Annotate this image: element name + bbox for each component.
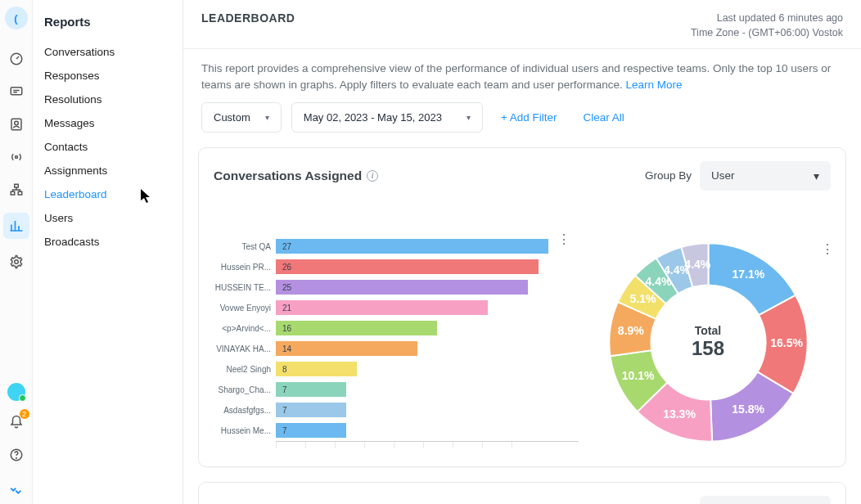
bar-label: HUSSEIN TE...: [214, 283, 276, 292]
svg-rect-5: [14, 184, 18, 187]
donut-slice-label: 4.4%: [684, 257, 710, 270]
donut-chart-menu-icon[interactable]: ⋮: [821, 241, 834, 257]
sidebar-item-contacts[interactable]: Contacts: [44, 135, 183, 159]
icon-rail: ( 2: [0, 0, 33, 504]
chevron-down-icon: ▾: [467, 113, 471, 122]
donut-slice-label: 5.1%: [629, 291, 656, 304]
sidebar-item-assignments[interactable]: Assignments: [44, 159, 183, 182]
svg-point-4: [15, 156, 17, 159]
bar-fill[interactable]: 27: [276, 239, 548, 254]
reports-icon[interactable]: [3, 213, 29, 239]
sidebar-title: Reports: [44, 15, 183, 29]
chat-icon[interactable]: [7, 82, 26, 101]
group-by-select[interactable]: User▾: [700, 161, 831, 191]
bar-row: <p>Arvind<...16: [214, 318, 579, 339]
bar-label: Shargo_Cha...: [214, 385, 276, 394]
conversations-assigned-card: Conversations Assigned i Group By User▾ …: [198, 147, 846, 467]
bar-row: HUSSEIN TE...25: [214, 277, 579, 298]
donut-total-value: 158: [692, 337, 724, 360]
clear-all-button[interactable]: Clear All: [575, 106, 633, 128]
bar-chart: ⋮ Test QA27Hussein PR...26HUSSEIN TE...2…: [214, 196, 579, 448]
group-by-select[interactable]: User▾: [700, 496, 831, 505]
sidebar-item-conversations[interactable]: Conversations: [44, 40, 183, 64]
last-updated: Last updated 6 minutes ago: [691, 11, 843, 26]
org-icon[interactable]: [7, 180, 26, 200]
timezone: Time Zone - (GMT+06:00) Vostok: [691, 26, 843, 41]
sidebar-item-messages[interactable]: Messages: [44, 111, 183, 135]
bar-label: Test QA: [214, 242, 276, 251]
donut-slice-label: 8.9%: [617, 323, 643, 336]
sidebar-item-users[interactable]: Users: [44, 206, 183, 230]
date-range-picker[interactable]: May 02, 2023 - May 15, 2023▾: [291, 102, 483, 133]
chevron-down-icon: ▾: [265, 113, 269, 122]
help-icon[interactable]: [7, 445, 26, 465]
bell-icon[interactable]: 2: [7, 412, 26, 432]
filter-row: Custom▾ May 02, 2023 - May 15, 2023▾ + A…: [183, 99, 861, 147]
chevron-down-icon: ▾: [814, 169, 819, 182]
bar-label: Hussein PR...: [214, 263, 276, 272]
donut-chart: ⋮ 17.1%16.5%15.8%13.3%10.1%8.9%5.1%4.4%4…: [585, 196, 831, 448]
bar-fill[interactable]: 7: [276, 423, 346, 438]
learn-more-link[interactable]: Learn More: [626, 79, 683, 91]
dashboard-icon[interactable]: [7, 49, 26, 69]
bar-label: Hussein Me...: [214, 426, 276, 435]
settings-icon[interactable]: [7, 252, 26, 272]
broadcast-icon[interactable]: [7, 147, 26, 167]
bar-label: Neel2 Singh: [214, 365, 276, 374]
bar-fill[interactable]: 7: [276, 403, 346, 417]
page-header: LEADERBOARD Last updated 6 minutes ago T…: [183, 0, 861, 49]
svg-rect-6: [11, 191, 15, 195]
header-meta: Last updated 6 minutes ago Time Zone - (…: [691, 11, 843, 40]
bar-row: Test QA27: [214, 236, 579, 257]
bar-fill[interactable]: 7: [276, 382, 346, 397]
svg-rect-7: [18, 191, 22, 195]
sidebar-item-resolutions[interactable]: Resolutions: [44, 88, 183, 111]
sidebar-item-responses[interactable]: Responses: [44, 64, 183, 88]
bar-label: <p>Arvind<...: [214, 324, 276, 333]
bar-fill[interactable]: 8: [276, 362, 357, 376]
bar-row: Hussein Me...7: [214, 421, 579, 441]
sidebar: Reports Conversations Responses Resoluti…: [33, 0, 183, 504]
donut-slice-label: 10.1%: [621, 369, 654, 382]
info-icon[interactable]: i: [367, 170, 378, 182]
bar-row: Shargo_Cha...7: [214, 380, 579, 400]
bar-fill[interactable]: 21: [276, 300, 488, 315]
main-content: LEADERBOARD Last updated 6 minutes ago T…: [183, 0, 861, 504]
bar-label: Vovwe Enyoyi: [214, 304, 276, 313]
workspace-avatar[interactable]: (: [5, 7, 28, 29]
card-title: Conversations Assigned i: [214, 169, 378, 183]
date-range-type-select[interactable]: Custom▾: [201, 102, 282, 133]
bar-row: Asdasfgfgs...7: [214, 400, 579, 421]
sidebar-item-leaderboard[interactable]: Leaderboard: [44, 182, 183, 206]
bar-fill[interactable]: 16: [276, 321, 437, 335]
bar-row: VINAYAK HA...14: [214, 339, 579, 359]
contacts-icon[interactable]: [7, 115, 26, 134]
bar-label: VINAYAK HA...: [214, 344, 276, 353]
donut-slice-label: 17.1%: [732, 268, 764, 281]
donut-slice-label: 15.8%: [732, 402, 764, 415]
group-by-label: Group By: [645, 169, 692, 182]
svg-point-8: [14, 260, 18, 264]
bar-row: Neel2 Singh8: [214, 359, 579, 380]
bar-row: Vovwe Enyoyi21: [214, 298, 579, 318]
report-description: This report provides a comprehensive vie…: [183, 49, 861, 99]
page-title: LEADERBOARD: [201, 11, 295, 40]
bar-row: Hussein PR...26: [214, 257, 579, 277]
donut-total-label: Total: [692, 324, 724, 337]
sidebar-item-broadcasts[interactable]: Broadcasts: [44, 230, 183, 254]
svg-point-3: [14, 121, 18, 125]
conversations-closed-card: Conversations Closed i Group By User▾: [198, 482, 846, 505]
add-filter-button[interactable]: + Add Filter: [493, 106, 566, 128]
bar-fill[interactable]: 25: [276, 280, 528, 295]
donut-slice-label: 13.3%: [663, 407, 696, 421]
bar-label: Asdasfgfgs...: [214, 406, 276, 415]
user-presence-avatar[interactable]: [7, 383, 25, 401]
brand-icon[interactable]: [7, 478, 26, 497]
svg-point-10: [16, 457, 16, 458]
donut-slice-label: 16.5%: [770, 336, 803, 349]
bar-fill[interactable]: 14: [276, 341, 417, 356]
bar-fill[interactable]: 26: [276, 259, 539, 274]
